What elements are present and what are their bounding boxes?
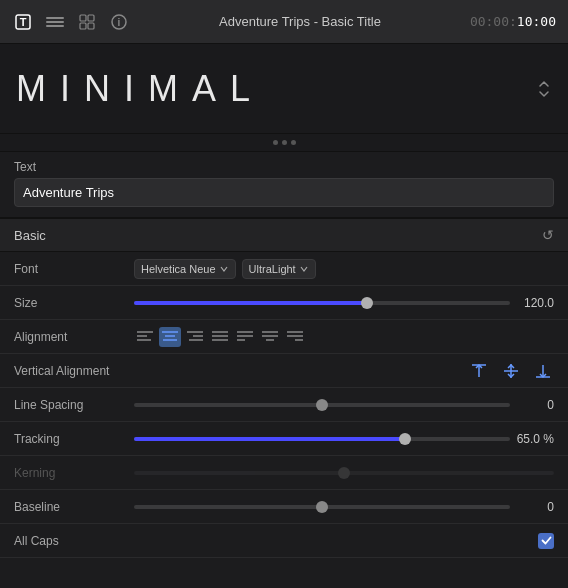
svg-text:i: i <box>118 17 121 28</box>
line-spacing-control: 0 <box>134 398 554 412</box>
svg-text:T: T <box>20 16 27 28</box>
basic-section-header: Basic ↺ <box>0 218 568 252</box>
size-control: 120.0 <box>134 296 554 310</box>
size-slider[interactable] <box>134 301 510 305</box>
tracking-label: Tracking <box>14 432 134 446</box>
preview-scroll-arrows[interactable] <box>536 79 552 99</box>
font-family-value: Helvetica Neue <box>141 263 216 275</box>
alignment-control <box>134 327 554 347</box>
svg-rect-6 <box>88 15 94 21</box>
toolbar-icons: T i <box>12 11 130 33</box>
baseline-label: Baseline <box>14 500 134 514</box>
align-justify-left-btn[interactable] <box>234 327 256 347</box>
basic-section-title: Basic <box>14 228 46 243</box>
timecode-main: 10:00 <box>517 14 556 29</box>
line-spacing-slider[interactable] <box>134 403 510 407</box>
vertical-alignment-row: Vertical Alignment <box>0 354 568 388</box>
valign-top-btn[interactable] <box>468 361 490 381</box>
lines-tool-icon[interactable] <box>44 11 66 33</box>
align-justify-center-btn[interactable] <box>259 327 281 347</box>
properties-panel: Font Helvetica Neue UltraLight Size 120.… <box>0 252 568 558</box>
svg-rect-5 <box>80 15 86 21</box>
text-section: Text <box>0 152 568 218</box>
alignment-row: Alignment <box>0 320 568 354</box>
align-justify-btn[interactable] <box>209 327 231 347</box>
align-right-btn[interactable] <box>184 327 206 347</box>
text-tool-icon[interactable]: T <box>12 11 34 33</box>
svg-rect-8 <box>88 23 94 29</box>
toolbar: T i Adventure Trips - Basic Tit <box>0 0 568 44</box>
text-input-field[interactable] <box>14 178 554 207</box>
tracking-control: 65.0 % <box>134 432 554 446</box>
font-weight-selector[interactable]: UltraLight <box>242 259 316 279</box>
kerning-label: Kerning <box>14 466 134 480</box>
info-tool-icon[interactable]: i <box>108 11 130 33</box>
preview-area: MINIMAL <box>0 44 568 134</box>
dot-2 <box>282 140 287 145</box>
all-caps-checkbox[interactable] <box>538 533 554 549</box>
size-value: 120.0 <box>516 296 554 310</box>
align-justify-right-btn[interactable] <box>284 327 306 347</box>
grid-tool-icon[interactable] <box>76 11 98 33</box>
preview-title-text: MINIMAL <box>16 68 536 110</box>
svg-rect-3 <box>46 21 64 23</box>
baseline-control: 0 <box>134 500 554 514</box>
valign-middle-btn[interactable] <box>500 361 522 381</box>
font-family-selector[interactable]: Helvetica Neue <box>134 259 236 279</box>
line-spacing-row: Line Spacing 0 <box>0 388 568 422</box>
valign-bottom-btn[interactable] <box>532 361 554 381</box>
line-spacing-label: Line Spacing <box>14 398 134 412</box>
kerning-slider <box>134 471 554 475</box>
align-center-btn[interactable] <box>159 327 181 347</box>
tracking-value: 65.0 % <box>516 432 554 446</box>
svg-rect-7 <box>80 23 86 29</box>
line-spacing-value: 0 <box>516 398 554 412</box>
alignment-label: Alignment <box>14 330 134 344</box>
size-label: Size <box>14 296 134 310</box>
all-caps-row: All Caps <box>0 524 568 558</box>
tracking-slider[interactable] <box>134 437 510 441</box>
timecode: 00:00:10:00 <box>470 14 556 29</box>
document-title: Adventure Trips - Basic Title <box>138 14 462 29</box>
page-dots <box>0 134 568 152</box>
font-row: Font Helvetica Neue UltraLight <box>0 252 568 286</box>
svg-rect-4 <box>46 25 64 27</box>
font-label: Font <box>14 262 134 276</box>
dot-1 <box>273 140 278 145</box>
vertical-alignment-control <box>134 361 554 381</box>
vertical-alignment-label: Vertical Alignment <box>14 364 134 378</box>
reset-button[interactable]: ↺ <box>542 227 554 243</box>
dot-3 <box>291 140 296 145</box>
all-caps-label: All Caps <box>14 534 134 548</box>
font-weight-value: UltraLight <box>249 263 296 275</box>
all-caps-control <box>134 533 554 549</box>
baseline-row: Baseline 0 <box>0 490 568 524</box>
align-left-btn[interactable] <box>134 327 156 347</box>
timecode-prefix: 00:00: <box>470 14 517 29</box>
tracking-row: Tracking 65.0 % <box>0 422 568 456</box>
size-row: Size 120.0 <box>0 286 568 320</box>
svg-rect-2 <box>46 17 64 19</box>
baseline-slider[interactable] <box>134 505 510 509</box>
font-control: Helvetica Neue UltraLight <box>134 259 554 279</box>
kerning-row: Kerning <box>0 456 568 490</box>
kerning-control <box>134 471 554 475</box>
text-field-label: Text <box>14 160 554 174</box>
baseline-value: 0 <box>516 500 554 514</box>
